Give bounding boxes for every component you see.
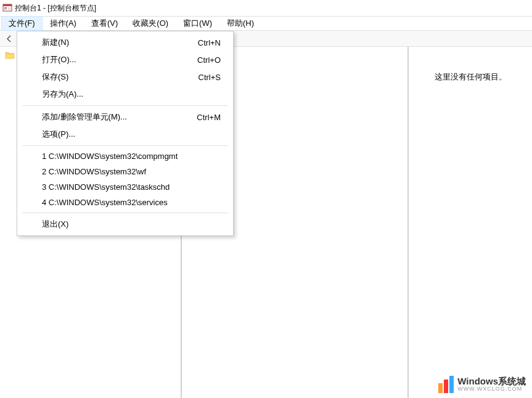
menu-item-recent-1[interactable]: 1 C:\WINDOWS\system32\compmgmt bbox=[17, 148, 233, 164]
menu-label: 3 C:\WINDOWS\system32\taskschd bbox=[42, 182, 170, 192]
folder-icon bbox=[5, 51, 15, 60]
watermark-main: Windows系统城 bbox=[457, 376, 526, 387]
watermark: Windows系统城 WWW.WXCLGG.COM bbox=[438, 376, 526, 393]
menu-shortcut: Ctrl+N bbox=[198, 38, 221, 47]
menu-item-add-remove-snapin[interactable]: 添加/删除管理单元(M)... Ctrl+M bbox=[17, 108, 233, 126]
menu-label: 1 C:\WINDOWS\system32\compmgmt bbox=[42, 152, 178, 161]
svg-rect-2 bbox=[4, 7, 7, 8]
menu-item-options[interactable]: 选项(P)... bbox=[17, 126, 233, 143]
menu-shortcut: Ctrl+S bbox=[198, 73, 221, 82]
menu-item-save[interactable]: 保存(S) Ctrl+S bbox=[17, 68, 233, 86]
menu-label: 2 C:\WINDOWS\system32\wf bbox=[42, 167, 146, 176]
menu-label: 另存为(A)... bbox=[42, 89, 83, 100]
menu-label: 打开(O)... bbox=[42, 54, 76, 65]
menu-item-exit[interactable]: 退出(X) bbox=[17, 216, 233, 233]
menu-file[interactable]: 文件(F) bbox=[1, 16, 43, 31]
menu-shortcut: Ctrl+O bbox=[197, 55, 221, 65]
menu-label: 添加/删除管理单元(M)... bbox=[42, 112, 127, 123]
menu-item-recent-3[interactable]: 3 C:\WINDOWS\system32\taskschd bbox=[17, 179, 233, 195]
empty-message: 这里没有任何项目。 bbox=[415, 71, 526, 83]
menu-bar: 文件(F) 操作(A) 查看(V) 收藏夹(O) 窗口(W) 帮助(H) bbox=[0, 16, 532, 31]
menu-item-recent-2[interactable]: 2 C:\WINDOWS\system32\wf bbox=[17, 164, 233, 179]
watermark-logo-icon bbox=[438, 376, 454, 393]
right-pane: 这里没有任何项目。 bbox=[182, 47, 532, 398]
menu-label: 选项(P)... bbox=[42, 129, 75, 140]
file-dropdown-menu: 新建(N) Ctrl+N 打开(O)... Ctrl+O 保存(S) Ctrl+… bbox=[17, 31, 234, 236]
back-button[interactable] bbox=[2, 32, 16, 46]
menu-label: 保存(S) bbox=[42, 71, 68, 83]
menu-help[interactable]: 帮助(H) bbox=[219, 16, 261, 31]
app-icon bbox=[2, 3, 12, 13]
svg-rect-3 bbox=[4, 9, 7, 9]
menu-shortcut: Ctrl+M bbox=[197, 113, 221, 122]
window-title: 控制台1 - [控制台根节点] bbox=[15, 3, 96, 14]
menu-window[interactable]: 窗口(W) bbox=[176, 16, 219, 31]
menu-item-recent-4[interactable]: 4 C:\WINDOWS\system32\services bbox=[17, 195, 233, 210]
menu-label: 退出(X) bbox=[42, 219, 68, 230]
menu-action[interactable]: 操作(A) bbox=[43, 16, 84, 31]
menu-label: 4 C:\WINDOWS\system32\services bbox=[42, 198, 168, 207]
menu-favorites[interactable]: 收藏夹(O) bbox=[125, 16, 176, 31]
watermark-text: Windows系统城 WWW.WXCLGG.COM bbox=[457, 376, 526, 392]
menu-separator bbox=[22, 105, 228, 106]
menu-item-new[interactable]: 新建(N) Ctrl+N bbox=[17, 34, 233, 51]
menu-item-save-as[interactable]: 另存为(A)... bbox=[17, 86, 233, 103]
menu-view[interactable]: 查看(V) bbox=[84, 16, 125, 31]
svg-rect-1 bbox=[3, 4, 12, 6]
watermark-sub: WWW.WXCLGG.COM bbox=[457, 386, 526, 392]
menu-label: 新建(N) bbox=[42, 37, 69, 48]
svg-rect-4 bbox=[8, 7, 10, 10]
menu-item-open[interactable]: 打开(O)... Ctrl+O bbox=[17, 51, 233, 68]
menu-separator bbox=[22, 213, 228, 213]
menu-separator bbox=[22, 145, 228, 146]
actions-pane: 这里没有任何项目。 bbox=[409, 47, 532, 398]
title-bar: 控制台1 - [控制台根节点] bbox=[0, 0, 532, 16]
